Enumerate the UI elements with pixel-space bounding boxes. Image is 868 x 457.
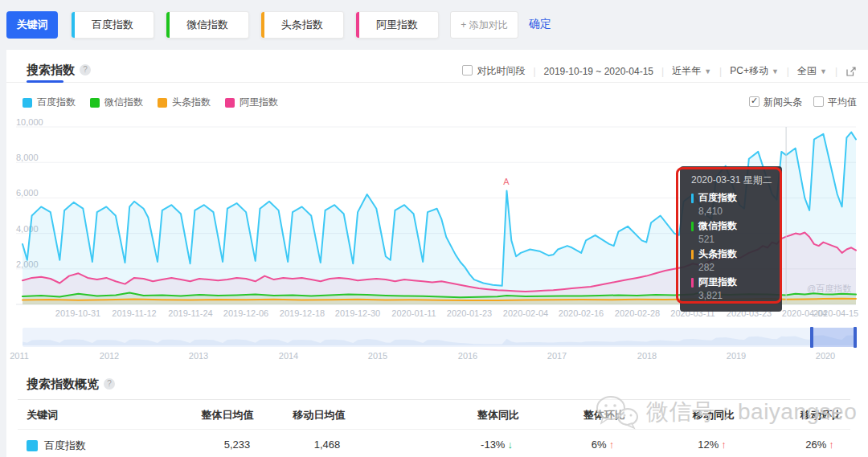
keyword-button[interactable]: 关键词 <box>6 11 58 39</box>
overview-title-label: 搜索指数概览 <box>27 377 99 390</box>
keyword-card-weixin[interactable]: 微信指数 <box>166 11 249 39</box>
cell-mobile-mom: 26%↑ <box>805 439 834 451</box>
device-dropdown[interactable]: PC+移动▼ <box>730 64 779 78</box>
legend-swatch <box>158 98 167 108</box>
legend-swatch <box>90 98 100 108</box>
timeline-year: 2011 <box>10 351 29 361</box>
keyword-color-strip <box>166 12 170 38</box>
y-tick: 10,000 <box>16 117 43 127</box>
x-tick: 2020-04-15 <box>813 308 858 318</box>
checkbox-checked-icon <box>749 96 760 107</box>
tab-label: 搜索指数 <box>27 63 75 76</box>
divider: | <box>835 66 837 77</box>
x-tick: 2019-12-06 <box>223 308 268 318</box>
col-header-overall-yoy: 整体同比 <box>477 408 519 422</box>
keyword-label: 阿里指数 <box>376 18 418 32</box>
divider: | <box>787 66 789 77</box>
col-header-keyword: 关键词 <box>27 408 58 422</box>
external-link-icon[interactable] <box>845 66 857 77</box>
timeline-year: 2018 <box>637 351 657 361</box>
y-tick: 2,000 <box>16 259 39 269</box>
keyword-card-baidu[interactable]: 百度指数 <box>71 11 154 39</box>
average-checkbox[interactable]: 平均值 <box>813 96 857 109</box>
legend-label: 阿里指数 <box>240 96 278 109</box>
time-span-value: 近半年 <box>672 65 701 76</box>
chart-options: 新闻头条 平均值 <box>749 96 857 109</box>
cell-overall-daily-avg: 5,233 <box>224 439 251 451</box>
col-header-overall-daily-avg: 整体日均值 <box>202 408 254 422</box>
legend-label: 微信指数 <box>104 96 143 109</box>
x-tick: 2019-11-12 <box>112 308 156 318</box>
compare-period-label: 对比时间段 <box>477 65 525 76</box>
keyword-label: 百度指数 <box>92 18 133 32</box>
timeline-year: 2014 <box>279 351 298 361</box>
y-tick: 8,000 <box>16 153 39 162</box>
page-watermark: 微信号：baiyangseo <box>593 394 857 430</box>
keyword-swatch <box>27 440 38 451</box>
chart-controls: 对比时间段 | 2019-10-19 ~ 2020-04-15 | 近半年▼ |… <box>462 64 857 78</box>
overview-title: 搜索指数概览? <box>27 377 115 392</box>
timeline-year: 2017 <box>547 351 567 361</box>
timeline-selection[interactable] <box>812 328 855 347</box>
keyword-color-strip <box>261 12 264 38</box>
legend-item-toutiao[interactable]: 头条指数 <box>158 96 211 109</box>
legend-swatch <box>23 98 32 108</box>
timeline-year: 2016 <box>458 351 477 361</box>
x-tick: 2020-02-16 <box>559 308 604 318</box>
news-headlines-checkbox[interactable]: 新闻头条 <box>749 96 802 109</box>
header-divider <box>6 82 868 83</box>
wechat-icon <box>593 394 640 430</box>
keyword-label: 头条指数 <box>281 18 323 32</box>
legend-item-ali[interactable]: 阿里指数 <box>225 96 278 109</box>
y-tick: 6,000 <box>16 188 39 198</box>
cell-mobile-yoy: 12%↑ <box>698 439 727 451</box>
divider: | <box>533 66 535 77</box>
keyword-color-strip <box>356 12 359 38</box>
arrow-up-icon: ↑ <box>721 439 727 451</box>
page: 关键词 百度指数 微信指数 头条指数 阿里指数 + 添加对比 确定 搜索指数? … <box>0 0 868 457</box>
chevron-down-icon: ▼ <box>704 67 711 75</box>
x-tick: 2020-01-23 <box>447 308 492 318</box>
add-compare-button[interactable]: + 添加对比 <box>450 11 518 39</box>
compare-period-checkbox[interactable]: 对比时间段 <box>462 64 525 78</box>
tab-search-index[interactable]: 搜索指数? <box>27 63 91 78</box>
average-label: 平均值 <box>828 96 857 108</box>
x-tick: 2020-02-04 <box>503 308 548 318</box>
chart-watermark: @百度指数 <box>807 283 851 295</box>
timeline-year: 2013 <box>189 351 208 361</box>
checkbox-icon <box>462 65 473 75</box>
region-value: 全国 <box>797 65 817 76</box>
x-tick: 2020-01-11 <box>391 308 436 318</box>
confirm-button[interactable]: 确定 <box>529 17 551 31</box>
cell-overall-yoy: -13%↓ <box>481 439 513 451</box>
arrow-down-icon: ↓ <box>507 439 513 451</box>
legend-item-weixin[interactable]: 微信指数 <box>90 96 143 109</box>
keyword-card-ali[interactable]: 阿里指数 <box>355 11 439 39</box>
checkbox-icon <box>813 96 824 107</box>
timeline-year: 2020 <box>816 351 835 361</box>
timeline-handle-left[interactable] <box>810 327 813 348</box>
date-range[interactable]: 2019-10-19 ~ 2020-04-15 <box>544 66 653 77</box>
timeline-track[interactable] <box>23 328 856 347</box>
watermark-text: 微信号：baiyangseo <box>646 397 857 427</box>
x-tick: 2019-12-18 <box>280 308 325 318</box>
timeline-year: 2012 <box>100 351 119 361</box>
region-dropdown[interactable]: 全国▼ <box>797 64 827 78</box>
value: 12% <box>698 439 719 451</box>
legend-item-baidu[interactable]: 百度指数 <box>23 96 76 109</box>
help-icon[interactable]: ? <box>104 378 115 390</box>
timeline-handle-right[interactable] <box>854 327 857 348</box>
time-span-dropdown[interactable]: 近半年▼ <box>672 64 711 78</box>
table-row-keyword: 百度指数 <box>27 439 86 453</box>
chart-legend: 百度指数 微信指数 头条指数 阿里指数 <box>23 96 278 109</box>
tab-active-indicator <box>27 80 63 83</box>
red-annotation-box <box>676 167 782 304</box>
keyword-card-toutiao[interactable]: 头条指数 <box>260 11 344 39</box>
timeline-year: 2019 <box>727 351 746 361</box>
news-annotation-marker[interactable]: A <box>503 177 509 186</box>
arrow-up-icon: ↑ <box>829 439 834 451</box>
legend-label: 头条指数 <box>172 96 211 109</box>
help-icon[interactable]: ? <box>80 64 91 75</box>
cell-overall-mom: 6%↑ <box>592 439 614 451</box>
x-tick: 2019-10-31 <box>55 308 100 318</box>
